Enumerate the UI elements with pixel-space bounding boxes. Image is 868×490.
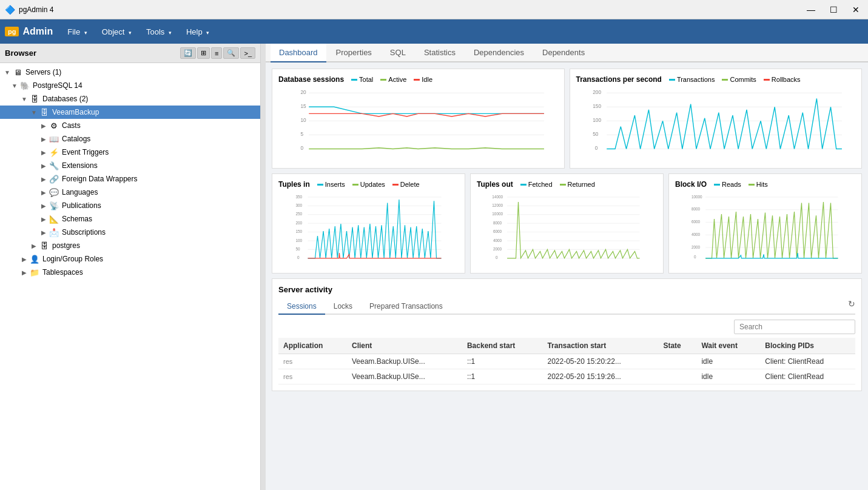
toggle-veeambackup[interactable]: ▼ bbox=[29, 109, 39, 116]
sidebar-label-databases: Databases (2) bbox=[42, 95, 88, 103]
col-backend-start: Backend start bbox=[462, 338, 543, 354]
toggle-databases[interactable]: ▼ bbox=[19, 96, 29, 102]
tuples-out-label: Tuples out bbox=[477, 180, 513, 189]
updates-label: Updates bbox=[360, 181, 385, 188]
activity-refresh-button[interactable]: ↻ bbox=[848, 299, 855, 309]
sidebar-label-subscriptions: Subscriptions bbox=[62, 228, 106, 237]
sidebar-item-event-triggers[interactable]: ▶ ⚡ Event Triggers bbox=[0, 146, 260, 159]
login-roles-icon: 👤 bbox=[29, 253, 40, 264]
db-sessions-legend-active: Active bbox=[380, 76, 406, 83]
charts-top-row: Database sessions Total Active Idle bbox=[272, 69, 862, 169]
tab-properties[interactable]: Properties bbox=[328, 44, 380, 62]
sidebar-label-languages: Languages bbox=[62, 188, 98, 196]
toggle-extensions[interactable]: ▶ bbox=[39, 163, 49, 169]
tab-statistics[interactable]: Statistics bbox=[415, 44, 464, 62]
sidebar-tools: 🔄 ⊞ ≡ 🔍 >_ bbox=[180, 47, 255, 59]
block-io-title: Block I/O Reads Hits bbox=[675, 180, 855, 189]
sidebar-label-postgresql14: PostgreSQL 14 bbox=[33, 81, 82, 90]
sidebar-item-servers[interactable]: ▼ 🖥 Servers (1) bbox=[0, 65, 260, 79]
tab-dependencies[interactable]: Dependencies bbox=[465, 44, 533, 62]
sessions-header-row: Application Client Backend start Transac… bbox=[278, 338, 855, 354]
terminal-button[interactable]: >_ bbox=[240, 47, 255, 59]
search-tree-button[interactable]: 🔍 bbox=[223, 47, 239, 59]
schemas-icon: 📐 bbox=[49, 213, 59, 224]
sessions-table: Application Client Backend start Transac… bbox=[278, 338, 855, 384]
toggle-postgres[interactable]: ▶ bbox=[29, 243, 39, 249]
activity-tab-locks[interactable]: Locks bbox=[325, 299, 361, 314]
sidebar-item-veeambackup[interactable]: ▼ 🗄 VeeamBackup bbox=[0, 106, 260, 119]
to-legend-returned: Returned bbox=[560, 181, 595, 188]
tools-menu[interactable]: Tools ▾ bbox=[140, 24, 178, 40]
toggle-login-roles[interactable]: ▶ bbox=[19, 256, 29, 263]
toggle-publications[interactable]: ▶ bbox=[39, 203, 49, 209]
toggle-fdw[interactable]: ▶ bbox=[39, 176, 49, 183]
close-button[interactable]: ✕ bbox=[849, 4, 863, 16]
sidebar-item-schemas[interactable]: ▶ 📐 Schemas bbox=[0, 212, 260, 226]
col-blocking-pids: Blocking PIDs bbox=[760, 338, 855, 354]
svg-text:0: 0 bbox=[694, 255, 696, 259]
sidebar-label-extensions: Extensions bbox=[62, 161, 98, 170]
minimize-button[interactable]: — bbox=[803, 4, 819, 16]
db-sessions-chart: Database sessions Total Active Idle bbox=[272, 69, 565, 169]
toggle-casts[interactable]: ▶ bbox=[39, 122, 49, 129]
main-layout: Browser 🔄 ⊞ ≡ 🔍 >_ ▼ 🖥 Servers (1) ▼ 🐘 P… bbox=[0, 44, 868, 490]
tab-sql[interactable]: SQL bbox=[382, 44, 414, 62]
delete-label: Delete bbox=[400, 181, 420, 188]
sidebar-item-foreign-data-wrappers[interactable]: ▶ 🔗 Foreign Data Wrappers bbox=[0, 172, 260, 186]
sidebar-item-publications[interactable]: ▶ 📡 Publications bbox=[0, 199, 260, 212]
sidebar-header: Browser 🔄 ⊞ ≡ 🔍 >_ bbox=[0, 44, 260, 63]
returned-dot bbox=[560, 184, 566, 186]
toggle-event-triggers[interactable]: ▶ bbox=[39, 149, 49, 156]
toggle-languages[interactable]: ▶ bbox=[39, 189, 49, 196]
transactions-label: Transactions per second bbox=[576, 75, 662, 84]
sidebar-item-extensions[interactable]: ▶ 🔧 Extensions bbox=[0, 159, 260, 172]
toggle-catalogs[interactable]: ▶ bbox=[39, 136, 49, 143]
sidebar-label-publications: Publications bbox=[62, 201, 101, 210]
bio-legend-reads: Reads bbox=[714, 181, 741, 188]
filter-button[interactable]: ≡ bbox=[211, 47, 222, 59]
sidebar-label-casts: Casts bbox=[62, 121, 81, 130]
titlebar-left: 🔷 pgAdmin 4 bbox=[5, 5, 53, 15]
sidebar-item-tablespaces[interactable]: ▶ 📁 Tablespaces bbox=[0, 266, 260, 279]
idle-label: Idle bbox=[422, 76, 432, 83]
toggle-servers[interactable]: ▼ bbox=[2, 69, 12, 76]
maximize-button[interactable]: ☐ bbox=[826, 4, 841, 16]
toggle-schemas[interactable]: ▶ bbox=[39, 216, 49, 223]
inserts-label: Inserts bbox=[325, 181, 345, 188]
sidebar-item-login-group-roles[interactable]: ▶ 👤 Login/Group Roles bbox=[0, 252, 260, 266]
sidebar-item-catalogs[interactable]: ▶ 📖 Catalogs bbox=[0, 132, 260, 146]
svg-text:8000: 8000 bbox=[493, 221, 502, 225]
toggle-subscriptions[interactable]: ▶ bbox=[39, 229, 49, 236]
toggle-tablespaces[interactable]: ▶ bbox=[19, 269, 29, 276]
sessions-search-input[interactable] bbox=[734, 320, 855, 334]
activity-tab-sessions[interactable]: Sessions bbox=[278, 299, 325, 315]
logo: pg Admin bbox=[5, 26, 53, 37]
row2-state: idle bbox=[696, 369, 760, 384]
sidebar-item-postgresql14[interactable]: ▼ 🐘 PostgreSQL 14 bbox=[0, 79, 260, 92]
file-menu[interactable]: File ▾ bbox=[61, 24, 93, 40]
sidebar-item-postgres[interactable]: ▶ 🗄 postgres bbox=[0, 239, 260, 252]
sidebar-item-languages[interactable]: ▶ 💬 Languages bbox=[0, 186, 260, 199]
main-tabs-bar: Dashboard Properties SQL Statistics Depe… bbox=[266, 44, 868, 62]
titlebar-buttons: — ☐ ✕ bbox=[803, 4, 863, 16]
tab-dashboard[interactable]: Dashboard bbox=[271, 44, 326, 62]
toggle-postgresql14[interactable]: ▼ bbox=[10, 82, 19, 89]
object-menu[interactable]: Object ▾ bbox=[96, 24, 138, 40]
grid-view-button[interactable]: ⊞ bbox=[197, 47, 210, 59]
tuples-in-label: Tuples in bbox=[278, 180, 310, 189]
sidebar-label-event-triggers: Event Triggers bbox=[62, 148, 109, 156]
refresh-tree-button[interactable]: 🔄 bbox=[180, 47, 196, 59]
catalogs-icon: 📖 bbox=[49, 133, 59, 144]
row1-app-prefix: res bbox=[278, 354, 347, 369]
sidebar-resize-handle[interactable] bbox=[261, 44, 266, 490]
sidebar-item-casts[interactable]: ▶ ⚙ Casts bbox=[0, 119, 260, 132]
sidebar-item-databases[interactable]: ▼ 🗄 Databases (2) bbox=[0, 92, 260, 106]
db-sessions-legend-idle: Idle bbox=[414, 76, 432, 83]
help-menu[interactable]: Help ▾ bbox=[180, 24, 215, 40]
fdw-icon: 🔗 bbox=[49, 173, 59, 184]
sidebar-item-subscriptions[interactable]: ▶ 📩 Subscriptions bbox=[0, 226, 260, 239]
sessions-table-header: Application Client Backend start Transac… bbox=[278, 338, 855, 354]
activity-tab-prepared-tx[interactable]: Prepared Transactions bbox=[361, 299, 451, 314]
svg-text:2000: 2000 bbox=[691, 245, 701, 249]
tab-dependents[interactable]: Dependents bbox=[534, 44, 593, 62]
